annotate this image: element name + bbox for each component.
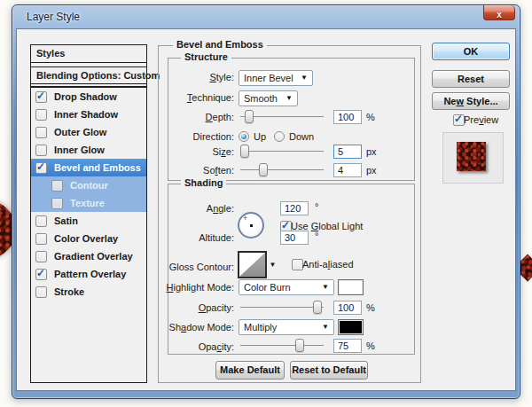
reset-to-default-button[interactable]: Reset to Default	[290, 361, 368, 380]
altitude-label: Altitude:	[145, 232, 234, 243]
technique-select-value: Smooth	[244, 93, 278, 104]
sidebar-item-inner-glow[interactable]: ✓ Inner Glow	[31, 141, 146, 159]
gloss-contour-picker[interactable]: ▼	[238, 251, 278, 278]
sidebar-item-drop-shadow[interactable]: ✓ Drop Shadow	[31, 88, 146, 106]
soften-slider[interactable]	[240, 163, 324, 176]
sidebar-item-inner-shadow[interactable]: ✓ Inner Shadow	[31, 106, 146, 123]
style-checkbox[interactable]: ✓	[35, 162, 47, 174]
slider-thumb[interactable]	[259, 163, 268, 176]
style-checkbox[interactable]: ✓	[35, 215, 47, 227]
style-checkbox[interactable]: ✓	[51, 198, 63, 209]
style-checkbox[interactable]: ✓	[35, 145, 47, 156]
slider-thumb[interactable]	[245, 110, 254, 123]
style-select[interactable]: Inner Bevel ▼	[239, 70, 313, 86]
highlight-mode-select[interactable]: Color Burn ▼	[239, 279, 334, 295]
sidebar-item-blending-options[interactable]: Blending Options: Custom	[31, 67, 146, 84]
slider-thumb[interactable]	[313, 301, 322, 314]
sidebar-item-satin[interactable]: ✓ Satin	[31, 212, 146, 230]
chevron-down-icon: ▼	[322, 283, 329, 291]
depth-slider[interactable]	[240, 110, 324, 123]
sidebar-item-contour[interactable]: ✓ Contour	[31, 176, 146, 194]
shadow-color-swatch[interactable]	[338, 319, 364, 335]
highlight-mode-label: Highlight Mode:	[145, 282, 234, 293]
screenshot: Layer Style x Styles Blending Options: C…	[0, 0, 532, 407]
pattern-preview-thumbnail	[457, 142, 486, 171]
chevron-down-icon: ▼	[301, 74, 308, 82]
style-checkbox[interactable]: ✓	[35, 233, 47, 245]
direction-up-radio[interactable]	[239, 131, 249, 142]
technique-select[interactable]: Smooth ▼	[239, 90, 298, 106]
sidebar-item-label: Stroke	[54, 286, 84, 297]
new-style-button[interactable]: New Style...	[432, 92, 510, 110]
style-checkbox[interactable]: ✓	[51, 180, 63, 192]
angle-dial[interactable]: +	[238, 212, 264, 239]
check-icon: ✓	[36, 267, 45, 279]
check-icon: ✓	[36, 160, 45, 173]
gloss-contour-thumbnail[interactable]	[238, 251, 267, 278]
sidebar-item-stroke[interactable]: ✓ Stroke	[31, 283, 146, 301]
styles-list-header: Styles	[31, 45, 146, 63]
size-slider[interactable]	[240, 145, 324, 158]
highlight-color-swatch[interactable]	[338, 279, 364, 295]
style-checkbox[interactable]: ✓	[35, 269, 47, 280]
direction-down-label: Down	[289, 131, 314, 142]
sidebar-item-color-overlay[interactable]: ✓ Color Overlay	[31, 230, 146, 247]
sidebar-item-label: Color Overlay	[54, 233, 118, 244]
shadow-mode-value: Multiply	[244, 322, 277, 333]
make-default-button[interactable]: Make Default	[215, 361, 285, 380]
shadow-mode-select[interactable]: Multiply ▼	[239, 319, 334, 335]
chevron-down-icon: ▼	[322, 323, 329, 331]
sidebar-item-bevel-and-emboss[interactable]: ✓ Bevel and Emboss	[31, 159, 146, 176]
depth-input[interactable]: 100	[333, 110, 362, 124]
altitude-input[interactable]: 30	[280, 231, 309, 245]
slider-thumb[interactable]	[295, 339, 304, 352]
angle-handle-icon[interactable]: +	[243, 214, 247, 223]
style-checkbox[interactable]: ✓	[35, 286, 47, 298]
slider-thumb[interactable]	[240, 145, 249, 158]
highlight-opacity-slider[interactable]	[240, 301, 324, 314]
shadow-opacity-slider[interactable]	[240, 339, 324, 352]
sidebar-item-label: Inner Shadow	[54, 109, 118, 120]
style-label: Style:	[145, 72, 234, 82]
size-input[interactable]: 5	[333, 145, 362, 159]
size-unit: px	[366, 146, 377, 157]
highlight-opacity-unit: %	[366, 302, 375, 313]
sidebar-item-pattern-overlay[interactable]: ✓ Pattern Overlay	[31, 265, 146, 283]
sidebar-item-gradient-overlay[interactable]: ✓ Gradient Overlay	[31, 247, 146, 265]
soften-input[interactable]: 4	[333, 163, 362, 177]
reset-button[interactable]: Reset	[432, 70, 510, 88]
contour-curve	[239, 253, 265, 277]
sidebar-item-label: Gradient Overlay	[54, 251, 133, 262]
ok-button[interactable]: OK	[432, 43, 510, 60]
slider-track	[240, 169, 324, 170]
sidebar-item-label: Inner Glow	[54, 145, 105, 155]
title-bar[interactable]: Layer Style x	[12, 5, 520, 28]
close-button[interactable]: x	[483, 5, 515, 20]
technique-label: Technique:	[145, 92, 234, 103]
close-icon: x	[497, 10, 502, 20]
style-checkbox[interactable]: ✓	[35, 251, 47, 262]
shadow-mode-label: Shadow Mode:	[145, 322, 234, 333]
angle-input[interactable]: 120	[280, 201, 309, 215]
highlight-opacity-input[interactable]: 100	[333, 301, 362, 315]
sidebar-item-label: Contour	[70, 180, 108, 191]
styles-header-label: Styles	[36, 48, 65, 59]
preview-label: Preview	[464, 114, 498, 125]
style-checkbox[interactable]: ✓	[35, 91, 47, 103]
preview-panel	[442, 132, 504, 184]
sidebar-item-outer-glow[interactable]: ✓ Outer Glow	[31, 123, 146, 141]
sidebar-item-texture[interactable]: ✓ Texture	[31, 194, 146, 212]
highlight-mode-value: Color Burn	[244, 282, 291, 293]
style-checkbox[interactable]: ✓	[35, 127, 47, 138]
angle-center-dot	[250, 224, 253, 227]
style-checkbox[interactable]: ✓	[35, 109, 47, 121]
dialog-client-area: Styles Blending Options: Custom ✓ Drop S…	[16, 28, 516, 391]
slider-track	[240, 345, 324, 346]
shadow-opacity-input[interactable]: 75	[333, 339, 362, 353]
angle-label: Angle:	[145, 203, 234, 214]
direction-up-label: Up	[254, 131, 266, 142]
direction-down-radio[interactable]	[274, 131, 285, 142]
chevron-down-icon[interactable]: ▼	[267, 258, 278, 271]
chevron-down-icon: ▼	[286, 94, 293, 102]
shadow-opacity-unit: %	[366, 340, 375, 351]
